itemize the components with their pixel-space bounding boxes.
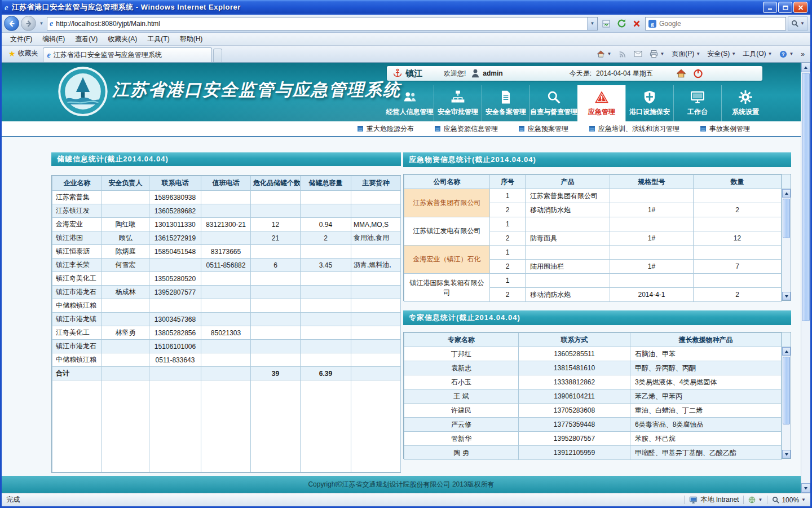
close-button[interactable] [793,2,807,13]
subnav-item-hazard-distribution[interactable]: 重大危险源分布 [357,124,414,134]
scroll-up-icon[interactable] [782,189,791,198]
search-input[interactable] [659,20,783,28]
search-button[interactable]: ▼ [788,16,808,31]
browser-tab[interactable]: e 江苏省港口安全监管与应急管理系统 [43,47,212,62]
supplies-panel-title: 应急物资信息统计(截止2014.04.04) [403,152,791,167]
supplies-row: 江苏索普集团有限公司1江苏索普集团有限公司 [404,189,782,203]
page-favicon: e [50,20,53,28]
scroll-down-icon[interactable] [782,292,791,300]
nav-item-label: 港口设施保安 [629,107,670,117]
read-mail-button[interactable] [630,49,646,59]
scrollbar-corner [782,332,791,347]
expert-row: 丁邦红13605285511石脑油、甲苯 [404,347,782,361]
menu-bar: 文件(F)编辑(E)查看(V)收藏夹(A)工具(T)帮助(H) [2,33,810,46]
maximize-button[interactable] [778,2,792,13]
supplies-header-row: 公司名称序号产品规格型号数量 [404,175,782,189]
portal-home-icon[interactable] [676,68,686,78]
supplies-statistics-panel: 应急物资信息统计(截止2014.04.04) 公司名称序号产品规格型号数量江苏索… [403,152,791,305]
stop-button[interactable] [630,16,643,31]
scrollbar-thumb[interactable] [783,199,790,238]
experts-scrollbar[interactable] [782,347,791,458]
minimize-button[interactable] [763,2,777,13]
supplies-row: 镇江港国际集装箱有限公司1 [404,274,782,288]
experts-column-header: 擅长救援物种产品 [630,333,782,347]
site-header: 江苏省港口安全监管与应急管理系统 镇江 欢迎您! admin 今天是: 2014… [2,63,801,121]
new-tab-stub[interactable] [213,49,222,62]
nav-item-label: 系统设置 [732,107,759,117]
page-content: 储罐信息统计(截止2014.04.04) 企业名称安全负责人联系电话值班电话危化… [2,137,801,476]
tank-row: 合计396.39 [52,367,401,380]
nav-item-operators[interactable]: 经营人信息管理 [386,85,434,121]
experts-column-header: 专家名称 [404,333,519,347]
current-user: admin [470,68,502,78]
nav-item-workbench[interactable]: 工作台 [673,85,721,121]
help-button[interactable]: ?▼ [776,49,797,60]
zoom-control[interactable]: 100% ▼ [772,496,806,504]
toolbar-button-1[interactable]: 安全(S)▼ [704,47,739,60]
subnav-item-plan-mgmt[interactable]: 应急预案管理 [518,124,568,134]
favorites-button[interactable]: ★ 收藏夹 [4,46,43,61]
tank-column-header: 企业名称 [52,176,102,191]
history-dropdown-icon[interactable]: ▼ [38,21,45,26]
supplies-scrollbar[interactable] [782,189,791,300]
menu-item-4[interactable]: 工具(T) [142,33,174,46]
tank-table: 企业名称安全负责人联系电话值班电话危化品储罐个数储罐总容量主要货种江苏索普集15… [52,176,401,472]
menu-item-3[interactable]: 收藏夹(A) [103,33,142,46]
tank-row: 金海宏业陶红暾1301301133083121300-21120.94MMA,M… [52,218,401,231]
address-bar: ▼ e ▼ g ▼ [2,15,810,33]
separator [684,496,685,504]
url-dropdown-icon[interactable]: ▼ [587,17,597,30]
subnav-item-resource-info[interactable]: 应急资源信息管理 [434,124,498,134]
toolbar-button-0[interactable]: 页面(P)▼ [668,47,704,60]
tank-header-row: 企业名称安全负责人联系电话值班电话危化品储罐个数储罐总容量主要货种 [52,176,401,191]
menu-item-2[interactable]: 查看(V) [70,33,103,46]
nav-item-inspection[interactable]: 自查与督查管理 [529,85,577,121]
subnav-item-case-mgmt[interactable]: 事故案例管理 [700,124,750,134]
nav-item-label: 安全备案管理 [486,107,526,117]
nav-item-settings[interactable]: 系统设置 [721,85,769,121]
forward-button[interactable] [21,16,36,31]
compatibility-view-icon[interactable] [599,16,613,31]
menu-item-5[interactable]: 帮助(H) [175,33,208,46]
menu-item-0[interactable]: 文件(F) [5,33,37,46]
nav-item-label: 应急管理 [588,107,615,117]
scrollbar-corner [782,174,791,189]
security-zone: 本地 Intranet [689,495,739,505]
experts-statistics-panel: 专家信息统计(截止2014.04.04) 专家名称联系方式擅长救援物种产品丁邦红… [403,310,791,463]
back-button[interactable] [4,16,19,31]
scrollbar-thumb[interactable] [802,73,810,321]
nav-item-security[interactable]: 港口设施保安 [625,85,673,121]
ie-logo-icon: e [5,3,8,12]
document-icon [498,90,513,104]
home-button[interactable]: ▼ [593,48,615,60]
scroll-down-icon[interactable] [782,450,791,458]
feeds-button[interactable] [615,49,630,60]
experts-column-header: 联系方式 [519,333,630,347]
protected-mode-icon[interactable]: ▼ [748,496,762,503]
refresh-button[interactable] [615,16,628,31]
computer-icon [689,496,698,504]
username: admin [483,69,502,77]
tank-statistics-panel: 储罐信息统计(截止2014.04.04) 企业名称安全负责人联系电话值班电话危化… [51,152,401,474]
scroll-down-icon[interactable] [801,483,810,493]
scroll-up-icon[interactable] [782,347,791,356]
toolbar-overflow-chevron[interactable]: » [797,49,808,60]
experts-table: 专家名称联系方式擅长救援物种产品丁邦红13605285511石脑油、甲苯袁新忠1… [404,332,782,460]
experts-table-wrap: 专家名称联系方式擅长救援物种产品丁邦红13605285511石脑油、甲苯袁新忠1… [403,332,791,459]
expert-row: 袁新忠13815481610甲醇、异丙醇、丙酮 [404,361,782,375]
scrollbar-thumb[interactable] [783,357,790,424]
tank-row: 镇江市港龙镇13003457368 [52,313,401,326]
favorites-bar: ★ 收藏夹 e 江苏省港口安全监管与应急管理系统 ▼ ▼ 页面(P)▼安全(S)… [2,46,810,63]
toolbar-button-2[interactable]: 工具(O)▼ [739,47,775,60]
scroll-up-icon[interactable] [801,63,810,72]
url-input[interactable] [56,20,584,28]
menu-item-1[interactable]: 编辑(E) [37,33,70,46]
supplies-column-header: 序号 [490,175,526,189]
nav-item-approval[interactable]: 安全审批管理 [434,85,482,121]
logout-power-icon[interactable] [693,68,703,78]
nav-item-filing[interactable]: 安全备案管理 [482,85,529,121]
nav-item-emergency[interactable]: 应急管理 [577,85,625,121]
print-button[interactable]: ▼ [646,48,668,60]
subnav-item-training-mgmt[interactable]: 应急培训、演练和演习管理 [589,124,679,134]
page-scrollbar[interactable] [801,63,810,493]
